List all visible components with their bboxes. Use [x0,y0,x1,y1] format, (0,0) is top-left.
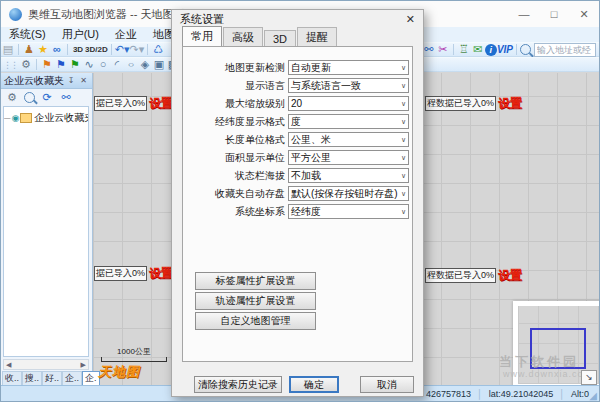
refresh-icon[interactable]: ⟳ [40,91,54,104]
message-icon[interactable]: ✉ [471,43,485,56]
settings-row: 面积显示单位 平方公里∨ [185,150,410,165]
favorites-tree: ─ ◉ 企业云收藏夹[ [3,106,89,357]
altitude-value: Alt:0 [571,389,589,399]
pin-green-icon[interactable]: ⚑ [68,58,82,71]
paperclip-icon[interactable]: ⚯ [59,91,73,104]
pin-blue-icon[interactable]: ⚑ [54,58,68,71]
search-input[interactable] [534,43,596,57]
undo-icon[interactable]: ↶▾ [115,43,130,56]
menu-user[interactable]: 用户(U) [54,27,107,42]
tree-item-cloud-favorites[interactable]: ─ ◉ 企业云收藏夹[ [4,111,88,125]
chevron-down-icon: ∨ [401,136,406,144]
settings-row: 收藏夹自动存盘 默认(按保存按钮时存盘)∨ [185,186,410,201]
clear-search-history-button[interactable]: 清除搜索历史记录 [194,376,282,393]
scroll-right-icon[interactable]: ▶ [81,361,86,369]
watermark-url: www.downxia.com [503,369,592,379]
horizontal-scrollbar[interactable]: ◀ ▶ [3,359,89,370]
draw-arc-icon[interactable]: ◜ [110,58,124,71]
vip-button[interactable]: VIP [497,43,513,56]
close-panel-icon[interactable]: ✕ [78,76,89,85]
inset-expand-button[interactable]: ↘ [581,370,597,385]
delete-icon[interactable]: ♺ [151,43,165,56]
search-icon[interactable] [24,92,35,103]
chevron-down-icon: ∨ [401,100,406,108]
settings-link[interactable]: 设置 [149,95,173,112]
save-icon[interactable]: ▤ [1,43,15,56]
settings-row: 最大缩放级别 20∨ [185,96,410,111]
binoculars-icon[interactable]: ∞ [50,43,64,56]
settings-link[interactable]: 设置 [498,95,522,112]
mode-3d2d-icon[interactable]: 3D/2D [85,43,108,56]
dialog-title: 系统设置 [180,12,224,27]
tab-common[interactable]: 常用 [182,26,222,47]
chevron-down-icon: ∨ [401,118,406,126]
pin-panel-icon[interactable]: ↧ [66,76,77,85]
label-ext-settings-button[interactable]: 标签属性扩展设置 [195,272,316,290]
folder-icon [20,113,32,123]
settings-link[interactable]: 设置 [149,265,173,282]
tower-icon[interactable]: ♖ [457,43,471,56]
draw-circle-icon[interactable]: ○ [96,58,110,71]
tab-3d[interactable]: 3D [264,30,296,46]
draw-ellipse-icon[interactable]: ○ [124,60,138,68]
field-label: 收藏夹自动存盘 [185,187,285,201]
tree-node-icon[interactable]: ◉ [11,113,19,123]
resize-grip[interactable]: ◢ [589,390,597,401]
ok-button[interactable]: 确定 [289,376,339,393]
app-window: 奥维互动地图浏览器 -- 天地图影像[4] — □ ✕ 系统(S) 用户(U) … [0,0,600,402]
max-zoom-select[interactable]: 20∨ [288,96,409,111]
redo-icon[interactable]: ↷▾ [129,43,144,56]
pin-orange-icon[interactable]: ⚑ [40,58,54,71]
gear-icon[interactable]: ⚙ [19,58,33,71]
favorites-star-icon[interactable]: ★ [36,43,50,56]
settings-row: 状态栏海拔 不加载∨ [185,168,410,183]
autosave-select[interactable]: 默认(按保存按钮时存盘)∨ [288,186,409,201]
draw-line-icon[interactable]: ∿ [82,58,96,71]
select-rect-icon[interactable]: ▣ [152,58,166,71]
chevron-down-icon: ∨ [401,208,406,216]
close-button[interactable]: ✕ [569,4,599,24]
dialog-tabs: 常用 高级 3D 提醒 [182,28,338,46]
sidebar-header: 企业云收藏夹 ↧ ✕ [1,73,92,89]
toolbar-grip[interactable]: ⋮⋮ [3,60,17,70]
field-label: 经纬度显示格式 [185,115,285,129]
tab-search[interactable]: 搜.. [22,371,42,386]
scroll-left-icon[interactable]: ◀ [6,361,11,369]
scissors-icon[interactable]: ✂ [436,43,450,56]
map-update-select[interactable]: 自动更新∨ [288,60,409,75]
gear-icon[interactable]: ⚙ [5,91,19,104]
maximize-button[interactable]: □ [539,4,569,24]
field-label: 地图更新检测 [185,61,285,75]
tab-enterprise-cloud[interactable]: 企. [82,371,100,386]
mode-3d-icon[interactable]: 3D [71,43,85,56]
user-icon[interactable]: ♟ [22,43,36,56]
dialog-close-icon[interactable]: ✕ [406,13,415,26]
settings-link[interactable]: 设置 [498,267,522,284]
settings-row: 长度单位格式 公里、米∨ [185,132,410,147]
elevation-progress-label: 程数据已导入0% [425,96,496,111]
area-unit-select[interactable]: 平方公里∨ [288,150,409,165]
latlng-format-select[interactable]: 度∨ [288,114,409,129]
elevation-status-overlay: 程数据已导入0% 设置 [425,267,522,284]
track-ext-settings-button[interactable]: 轨迹属性扩展设置 [195,292,316,310]
coordsys-select[interactable]: 经纬度∨ [288,204,409,219]
custom-map-manage-button[interactable]: 自定义地图管理 [195,312,316,330]
statusbar-altitude-select[interactable]: 不加载∨ [288,168,409,183]
sidebar-panel: 企业云收藏夹 ↧ ✕ ⚙ ⟳ ⚯ ─ ◉ 企业云收藏夹[ ◀ ▶ 收.. 搜..… [1,73,93,387]
length-unit-select[interactable]: 公里、米∨ [288,132,409,147]
latitude-value: lat:49.21042045 [489,389,554,399]
tab-enterprise[interactable]: 企.. [62,371,82,386]
info-icon[interactable]: i [485,44,497,56]
draw-polygon-icon[interactable]: ◈ [138,58,152,71]
tab-reminder[interactable]: 提醒 [297,27,337,46]
cancel-button[interactable]: 取消 [360,376,414,393]
minimize-button[interactable]: — [509,4,539,24]
search-icon[interactable] [520,44,531,55]
language-select[interactable]: 与系统语言一致∨ [288,78,409,93]
tab-friends[interactable]: 好.. [42,371,62,386]
tab-favorites[interactable]: 收.. [2,371,22,386]
sidebar-tabs: 收.. 搜.. 好.. 企.. 企. [2,371,100,386]
menu-enterprise[interactable]: 企业 [107,27,145,42]
tab-advanced[interactable]: 高级 [223,27,263,46]
menu-system[interactable]: 系统(S) [1,27,54,42]
